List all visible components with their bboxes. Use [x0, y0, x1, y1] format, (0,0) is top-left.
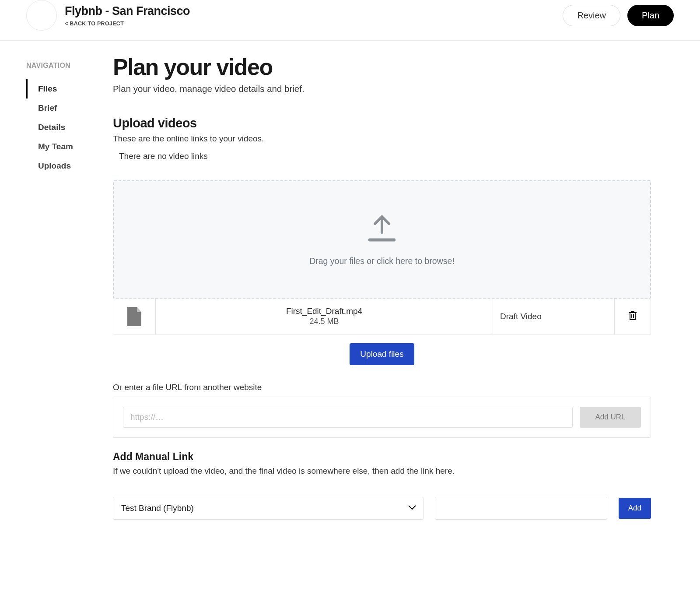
avatar: [26, 0, 57, 31]
sidebar-item-brief[interactable]: Brief: [26, 98, 113, 118]
manual-link-subtitle: If we couldn't upload the video, and the…: [113, 466, 651, 476]
file-size: 24.5 MB: [309, 317, 339, 326]
plan-button[interactable]: Plan: [627, 5, 674, 26]
header-bar: Flybnb - San Francisco < BACK TO PROJECT…: [0, 0, 700, 41]
file-dropzone[interactable]: Drag your files or click here to browse!: [113, 180, 651, 299]
upload-icon: [368, 213, 396, 256]
sidebar-item-uploads[interactable]: Uploads: [26, 156, 113, 176]
project-title: Flybnb - San Francisco: [65, 4, 190, 18]
file-name: First_Edit_Draft.mp4: [286, 306, 362, 316]
main-content: Plan your video Plan your video, manage …: [113, 41, 677, 546]
manual-link-title: Add Manual Link: [113, 451, 651, 463]
review-button[interactable]: Review: [563, 5, 620, 26]
page-subtitle: Plan your video, manage video details an…: [113, 84, 651, 94]
add-url-button[interactable]: Add URL: [580, 407, 641, 428]
no-video-links-text: There are no video links: [113, 151, 651, 161]
url-section-label: Or enter a file URL from another website: [113, 383, 651, 392]
upload-section-title: Upload videos: [113, 116, 651, 130]
add-manual-link-button[interactable]: Add: [619, 498, 651, 519]
delete-file-button[interactable]: [615, 299, 651, 334]
page-title: Plan your video: [113, 54, 651, 80]
sidebar-item-my-team[interactable]: My Team: [26, 137, 113, 156]
url-entry-card: Add URL: [113, 397, 651, 438]
manual-link-input[interactable]: [435, 497, 607, 520]
sidebar-item-details[interactable]: Details: [26, 118, 113, 137]
dropzone-text: Drag your files or click here to browse!: [309, 256, 455, 266]
upload-files-button[interactable]: Upload files: [350, 343, 414, 365]
trash-icon: [628, 310, 637, 323]
sidebar-item-files[interactable]: Files: [26, 79, 113, 98]
sidebar-heading: NAVIGATION: [26, 62, 113, 70]
file-url-input[interactable]: [123, 407, 573, 428]
back-to-project-link[interactable]: < BACK TO PROJECT: [65, 21, 190, 27]
file-icon: [113, 299, 156, 334]
brand-select[interactable]: Test Brand (Flybnb): [113, 497, 424, 520]
upload-section-subtitle: These are the online links to your video…: [113, 134, 651, 144]
uploaded-file-row: First_Edit_Draft.mp4 24.5 MB Draft Video: [113, 299, 651, 334]
file-type: Draft Video: [493, 299, 615, 334]
sidebar: NAVIGATION Files Brief Details My Team U…: [0, 41, 113, 176]
